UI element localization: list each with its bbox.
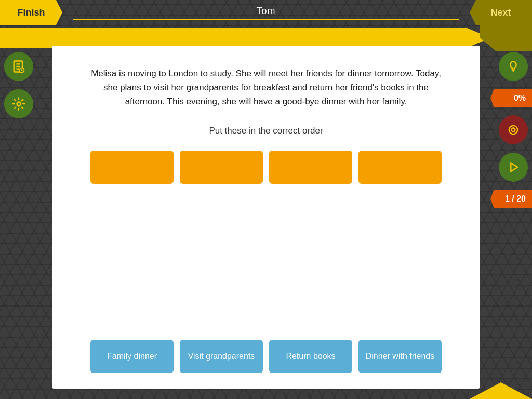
drop-zone-3[interactable] bbox=[269, 151, 352, 184]
answer-dinner-friends[interactable]: Dinner with friends bbox=[358, 340, 442, 373]
progress-badge: 0% bbox=[490, 89, 532, 107]
main-card: Melisa is moving to London to study. She… bbox=[52, 46, 480, 389]
hint-icon bbox=[506, 59, 521, 74]
side-left-icons bbox=[4, 52, 33, 118]
answer-family-dinner[interactable]: Family dinner bbox=[90, 340, 174, 373]
counter-badge: 1 / 20 bbox=[490, 190, 532, 208]
top-bar: Finish Tom Next bbox=[0, 0, 532, 25]
drop-zone-1[interactable] bbox=[90, 151, 174, 184]
notes-icon bbox=[11, 59, 26, 74]
drop-zone-4[interactable] bbox=[358, 151, 442, 184]
finish-button[interactable]: Finish bbox=[0, 0, 62, 25]
passage-text: Melisa is moving to London to study. She… bbox=[89, 66, 443, 109]
next-button[interactable]: Next bbox=[470, 0, 532, 25]
answer-options: Family dinner Visit grandparents Return … bbox=[77, 340, 455, 373]
settings-button[interactable] bbox=[4, 89, 33, 118]
user-name: Tom bbox=[73, 6, 459, 20]
drop-zones bbox=[77, 151, 455, 184]
banner-right bbox=[480, 25, 532, 51]
svg-point-11 bbox=[512, 128, 515, 132]
play-button[interactable] bbox=[499, 153, 528, 182]
drop-zone-2[interactable] bbox=[180, 151, 263, 184]
banner-left bbox=[0, 28, 490, 48]
answer-return-books[interactable]: Return books bbox=[269, 340, 352, 373]
svg-point-7 bbox=[17, 102, 21, 106]
gear-icon bbox=[11, 97, 26, 111]
answer-visit-grandparents[interactable]: Visit grandparents bbox=[180, 340, 263, 373]
instruction-text: Put these in the correct order bbox=[209, 126, 323, 136]
hint-button[interactable] bbox=[499, 52, 528, 81]
record-button[interactable] bbox=[499, 115, 528, 144]
svg-point-10 bbox=[509, 126, 517, 134]
notes-button[interactable] bbox=[4, 52, 33, 81]
side-right-icons: 0% 1 / 20 bbox=[490, 52, 528, 208]
svg-marker-12 bbox=[511, 163, 517, 171]
record-icon bbox=[506, 123, 521, 137]
play-icon bbox=[506, 160, 521, 175]
